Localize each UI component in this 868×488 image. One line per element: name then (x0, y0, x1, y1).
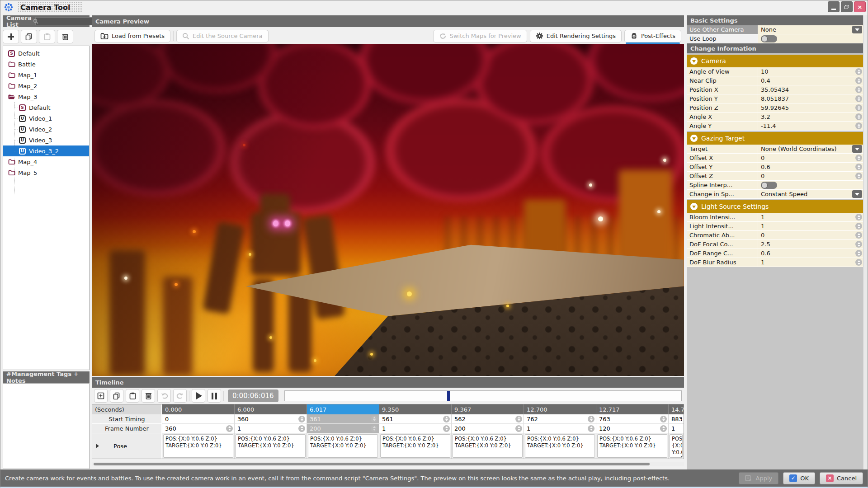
playhead-marker[interactable] (447, 391, 450, 401)
spinner-icon[interactable] (855, 86, 862, 93)
paste-keyframe-button[interactable] (126, 389, 139, 403)
setting-value[interactable]: 3.2 (758, 113, 863, 122)
setting-value[interactable]: 0.6 (758, 249, 863, 258)
setting-value[interactable]: 0 (758, 154, 863, 163)
spinner-icon[interactable] (443, 416, 450, 422)
play-button[interactable] (192, 389, 205, 403)
spinner-icon[interactable] (855, 104, 862, 111)
post-effects-tab[interactable]: Post-Effects (624, 30, 681, 42)
frame-number-cell[interactable]: 200 (451, 424, 524, 433)
keyframe-column-header-selected[interactable]: 6.017 (307, 404, 379, 414)
pose-cell[interactable]: POS:{X:0 Y:0.6 Z:0} TARGET:{X:0 Y:0 Z:0} (234, 433, 307, 459)
spinner-icon[interactable] (443, 425, 450, 432)
tree-item-video3[interactable]: U Video_3 (3, 135, 89, 145)
start-timing-cell[interactable]: 562 (451, 414, 524, 424)
keyframe-column-header[interactable]: 12.717 (596, 404, 668, 414)
expand-icon[interactable] (96, 444, 99, 448)
frame-number-cell[interactable]: 1 (379, 424, 451, 433)
keyframe-column-header[interactable]: 12.700 (524, 404, 596, 414)
maximize-button[interactable] (841, 1, 853, 12)
pose-cell[interactable]: POS:{X:0 Y:0.6 Z:0} TARGET:{X:0 Y:0 Z:0} (379, 433, 451, 459)
ok-button[interactable]: ✓ OK (783, 472, 815, 484)
section-gazing-target-header[interactable]: Gazing Target (687, 132, 863, 145)
minimize-button[interactable] (828, 1, 840, 12)
copy-keyframe-button[interactable] (110, 389, 123, 403)
start-timing-cell[interactable]: 561 (379, 414, 451, 424)
spinner-icon[interactable] (855, 164, 862, 170)
use-other-camera-value[interactable]: None (758, 25, 863, 34)
pose-cell[interactable]: POS:{X:0 Y:0.6 Z:0} TARGET:{X:0 Y:0 Z:0} (451, 433, 524, 459)
setting-value[interactable]: 1 (758, 258, 863, 267)
add-camera-button[interactable] (3, 30, 19, 43)
tree-item-video2[interactable]: U Video_2 (3, 124, 89, 135)
setting-value[interactable]: 10 (758, 67, 863, 76)
keyframe-column-header[interactable]: 9.350 (379, 404, 451, 414)
tree-item-map1[interactable]: Map_1 (3, 70, 89, 80)
tree-item-map5[interactable]: Map_5 (3, 167, 89, 178)
spinner-icon[interactable] (855, 77, 862, 84)
spinner-icon[interactable] (855, 173, 862, 179)
pose-cell[interactable]: POS:{X:0 Y:0.6 Z:0} TARGET:{X:0 Y:0 Z:0} (524, 433, 596, 459)
spinner-icon[interactable] (855, 250, 862, 257)
dropdown-button[interactable] (852, 145, 862, 153)
setting-value[interactable]: 35.05434 (758, 85, 863, 94)
tags-notes-body[interactable] (3, 383, 90, 469)
tree-item-map3[interactable]: Map_3 (3, 91, 89, 102)
setting-value[interactable]: 8.051837 (758, 94, 863, 103)
tree-item-default[interactable]: S Default (3, 48, 89, 59)
spinner-icon[interactable] (660, 425, 667, 432)
timeline-scrubber[interactable] (284, 390, 682, 401)
preview-viewport[interactable] (92, 44, 684, 376)
spinner-icon[interactable] (660, 416, 667, 422)
tree-item-video3-2-selected[interactable]: U Video_3_2 (3, 145, 89, 156)
edit-rendering-button[interactable]: Edit Rendering Settings (530, 30, 622, 42)
spinner-icon[interactable] (298, 416, 305, 422)
spinner-icon[interactable] (855, 232, 862, 239)
setting-value[interactable]: 0.4 (758, 76, 863, 85)
close-button[interactable]: × (854, 1, 866, 12)
setting-value[interactable]: -11.4 (758, 122, 863, 131)
spinner-icon[interactable] (855, 241, 862, 248)
spinner-icon[interactable] (855, 113, 862, 120)
setting-value[interactable]: Constant Speed (758, 190, 863, 199)
settings-scrollbar[interactable] (863, 15, 868, 469)
frame-number-cell[interactable]: 1 (234, 424, 307, 433)
start-timing-cell[interactable]: 361 (307, 414, 379, 424)
spinner-icon[interactable] (588, 416, 594, 422)
spinner-icon[interactable] (515, 425, 522, 432)
spinner-icon[interactable] (226, 425, 233, 432)
start-timing-cell[interactable]: 762 (524, 414, 596, 424)
apply-button[interactable]: Apply (739, 472, 778, 484)
spinner-icon[interactable] (855, 214, 862, 221)
undo-button[interactable] (157, 389, 171, 403)
dropdown-button[interactable] (852, 26, 862, 33)
setting-value[interactable]: 59.92645 (758, 103, 863, 113)
edit-source-camera-button[interactable]: Edit the Source Camera (176, 30, 269, 42)
spinner-icon[interactable] (588, 425, 594, 432)
switch-maps-button[interactable]: Switch Maps for Preview (433, 30, 527, 42)
spinner-icon[interactable] (855, 259, 862, 266)
pose-cell[interactable]: POS:{X:0 Y:0.6 Z:0} TARGET:{X:0 Y:0 Z:0} (596, 433, 668, 459)
start-timing-cell[interactable]: 883 (668, 414, 684, 424)
setting-value[interactable]: 0 (758, 172, 863, 181)
spinner-icon[interactable] (855, 223, 862, 230)
cancel-button[interactable]: × Cancel (820, 472, 863, 484)
delete-camera-button[interactable] (57, 30, 73, 43)
row-label-pose[interactable]: Pose (92, 433, 162, 459)
frame-number-cell[interactable]: 1 (524, 424, 596, 433)
tree-item-map2[interactable]: Map_2 (3, 80, 89, 91)
setting-value[interactable]: 1 (758, 222, 863, 231)
start-timing-cell[interactable]: 763 (596, 414, 668, 424)
copy-camera-button[interactable] (21, 30, 37, 43)
start-timing-cell[interactable]: 360 (234, 414, 307, 424)
spinner-icon[interactable] (371, 416, 377, 422)
use-loop-toggle[interactable] (761, 35, 777, 42)
setting-value[interactable]: 2.5 (758, 240, 863, 249)
pose-cell[interactable]: POS:{X:0 Y:0.6 Z:0} TARGET:{X:0 Y:0 Z:0} (668, 433, 684, 459)
spinner-icon[interactable] (515, 416, 522, 422)
redo-button[interactable] (173, 389, 187, 403)
frame-number-cell[interactable]: 360 (162, 424, 234, 433)
load-presets-button[interactable]: Load from Presets (94, 30, 170, 42)
setting-value[interactable]: None (World Coordinates) (758, 145, 863, 154)
tree-item-map4[interactable]: Map_4 (3, 156, 89, 167)
